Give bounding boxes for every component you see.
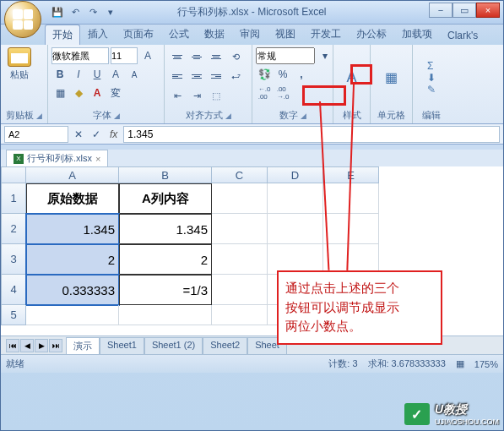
row-header[interactable]: 5 bbox=[1, 305, 26, 325]
ribbon-tab[interactable]: 插入 bbox=[80, 24, 116, 45]
row-header[interactable]: 3 bbox=[1, 244, 26, 275]
align-right-icon[interactable] bbox=[207, 67, 225, 85]
fx-icon[interactable]: fx bbox=[106, 128, 121, 140]
close-file-icon[interactable]: × bbox=[95, 154, 100, 164]
first-sheet-icon[interactable]: ⏮ bbox=[6, 339, 19, 352]
column-header[interactable]: A bbox=[26, 166, 119, 183]
percent-button[interactable]: % bbox=[274, 66, 291, 83]
row-header[interactable]: 4 bbox=[1, 275, 26, 305]
undo-icon[interactable]: ↶ bbox=[68, 5, 83, 20]
ribbon-tab[interactable]: 开发工 bbox=[303, 24, 349, 45]
watermark-en: UJIAOSHOU.COM bbox=[435, 417, 499, 426]
merge-icon[interactable]: ⬚ bbox=[207, 86, 225, 105]
cell[interactable] bbox=[323, 183, 379, 214]
number-format-select[interactable] bbox=[256, 47, 315, 64]
ribbon-tab[interactable]: 办公标 bbox=[349, 24, 394, 45]
border-icon[interactable]: ▦ bbox=[51, 85, 68, 101]
ribbon-tab[interactable]: 加载项 bbox=[394, 24, 440, 45]
cell[interactable]: =1/3 bbox=[119, 275, 212, 305]
ribbon-tab[interactable]: 开始 bbox=[45, 25, 80, 45]
close-button[interactable]: × bbox=[476, 3, 500, 18]
ribbon-tab[interactable]: 视图 bbox=[268, 24, 303, 45]
cell[interactable] bbox=[212, 214, 268, 244]
edit-button[interactable]: Σ⬇✎ bbox=[416, 47, 447, 107]
align-middle-icon[interactable] bbox=[187, 47, 206, 66]
cell[interactable]: 0.333333 bbox=[26, 275, 119, 305]
grow-font-icon[interactable]: A bbox=[139, 47, 156, 64]
prev-sheet-icon[interactable]: ◀ bbox=[20, 339, 34, 352]
zoom-level[interactable]: 175% bbox=[474, 359, 498, 369]
decrease-indent-icon[interactable]: ⇤ bbox=[168, 86, 187, 105]
comma-button[interactable]: , bbox=[293, 66, 310, 83]
align-center-icon[interactable] bbox=[187, 67, 206, 85]
cell[interactable]: 1.345 bbox=[119, 214, 212, 244]
phonetic-icon[interactable]: 変 bbox=[107, 85, 124, 101]
cells-button[interactable]: ▦ bbox=[374, 47, 409, 107]
next-sheet-icon[interactable]: ▶ bbox=[35, 339, 48, 352]
cell[interactable]: A列内容 bbox=[119, 183, 212, 214]
enter-fx-icon[interactable]: ✓ bbox=[89, 126, 104, 143]
font-color-a-icon[interactable]: A bbox=[107, 66, 124, 83]
cell[interactable] bbox=[119, 305, 212, 325]
column-header[interactable]: C bbox=[212, 166, 268, 183]
cell[interactable] bbox=[323, 214, 379, 244]
redo-icon[interactable]: ↷ bbox=[85, 5, 100, 20]
format-dropdown-icon[interactable]: ▾ bbox=[317, 47, 333, 64]
column-header[interactable]: B bbox=[119, 166, 212, 183]
maximize-button[interactable]: ▭ bbox=[453, 3, 476, 18]
italic-button[interactable]: I bbox=[70, 66, 87, 83]
qat-dropdown-icon[interactable]: ▾ bbox=[103, 5, 118, 20]
increase-indent-icon[interactable]: ⇥ bbox=[187, 86, 206, 105]
name-box[interactable]: A2 bbox=[4, 126, 68, 143]
align-bottom-icon[interactable] bbox=[207, 47, 225, 66]
ribbon-tab[interactable]: 数据 bbox=[197, 24, 232, 45]
ribbon-tab[interactable]: 审阅 bbox=[232, 24, 268, 45]
ribbon-tab[interactable]: 公式 bbox=[161, 24, 197, 45]
cell[interactable] bbox=[268, 183, 323, 214]
bold-button[interactable]: B bbox=[51, 66, 68, 83]
row-header[interactable]: 2 bbox=[1, 214, 26, 244]
ribbon-tab[interactable]: Clark's bbox=[440, 26, 485, 45]
font-color-icon[interactable]: A bbox=[89, 85, 106, 101]
workbook-tab[interactable]: X 行号和列标.xlsx × bbox=[6, 150, 108, 166]
cell[interactable] bbox=[212, 244, 268, 275]
font-group-label: 字体◢ bbox=[51, 107, 160, 122]
cell[interactable] bbox=[26, 305, 119, 325]
align-top-icon[interactable] bbox=[168, 47, 187, 66]
minimize-button[interactable]: − bbox=[429, 3, 453, 18]
sheet-tab[interactable]: 演示 bbox=[66, 337, 100, 354]
sheet-tab[interactable]: Sheet2 bbox=[203, 337, 247, 354]
view-normal-icon[interactable]: ▦ bbox=[456, 358, 464, 369]
wrap-text-icon[interactable]: ⮐ bbox=[226, 67, 245, 85]
sheet-tab[interactable]: Sheet1 (2) bbox=[144, 337, 203, 354]
select-all-corner[interactable] bbox=[1, 166, 26, 183]
cell[interactable] bbox=[212, 305, 268, 325]
decrease-decimal-button[interactable]: .00→.0 bbox=[274, 85, 291, 101]
currency-icon[interactable]: 💱 bbox=[256, 66, 273, 83]
column-header[interactable]: D bbox=[268, 166, 323, 183]
cancel-fx-icon[interactable]: ✕ bbox=[71, 126, 86, 143]
cell[interactable] bbox=[212, 275, 268, 305]
ribbon-tab[interactable]: 页面布 bbox=[116, 24, 161, 45]
increase-decimal-button[interactable]: ←.0.00 bbox=[256, 85, 273, 101]
office-button[interactable] bbox=[4, 1, 41, 38]
cell[interactable]: 2 bbox=[119, 244, 212, 275]
font-size-input[interactable] bbox=[111, 47, 138, 64]
align-left-icon[interactable] bbox=[168, 67, 187, 85]
cell[interactable]: 2 bbox=[26, 244, 119, 275]
font-name-input[interactable] bbox=[51, 47, 109, 64]
orientation-icon[interactable]: ⟲ bbox=[226, 47, 245, 66]
cell[interactable] bbox=[212, 183, 268, 214]
shrink-font-icon[interactable]: A bbox=[126, 66, 143, 83]
fill-color-icon[interactable]: ◆ bbox=[70, 85, 87, 101]
row-header[interactable]: 1 bbox=[1, 183, 26, 214]
formula-bar[interactable] bbox=[123, 126, 500, 143]
underline-button[interactable]: U bbox=[89, 66, 106, 83]
last-sheet-icon[interactable]: ⏭ bbox=[49, 339, 62, 352]
cell[interactable]: 1.345 bbox=[26, 214, 119, 244]
cell[interactable]: 原始数据 bbox=[26, 183, 119, 214]
paste-button[interactable]: 粘贴 bbox=[4, 47, 35, 81]
cell[interactable] bbox=[268, 214, 323, 244]
save-icon[interactable]: 💾 bbox=[50, 5, 65, 20]
sheet-tab[interactable]: Sheet1 bbox=[100, 337, 144, 354]
